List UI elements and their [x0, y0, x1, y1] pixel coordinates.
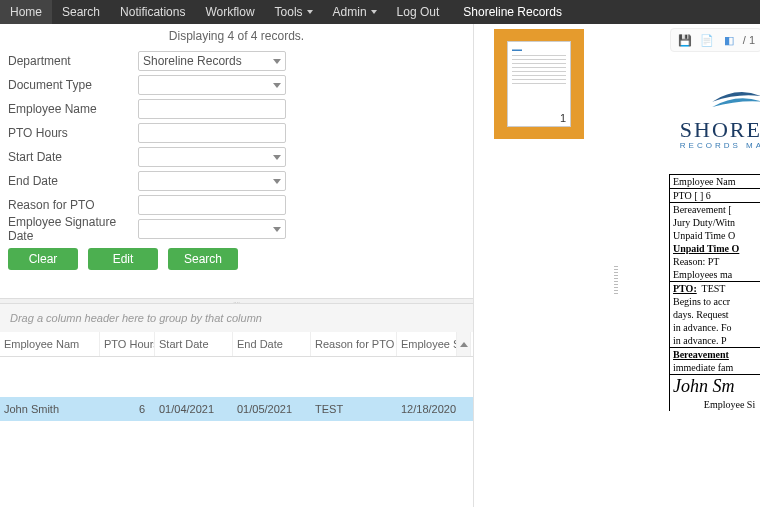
main-layout: Displaying 4 of 4 records. Department Sh…	[0, 24, 760, 507]
end-date-input[interactable]	[138, 171, 286, 191]
doc-line: Begins to accr	[670, 295, 760, 308]
doc-line: immediate fam	[670, 361, 760, 375]
vertical-splitter[interactable]	[614, 266, 618, 296]
scroll-up-icon[interactable]	[457, 332, 471, 356]
viewer-toolbar: 💾 📄 ◧ / 1	[670, 28, 760, 52]
nav-notifications[interactable]: Notifications	[110, 0, 195, 24]
thumbnail-doc: ▬▬ 1	[507, 41, 571, 127]
search-button[interactable]: Search	[168, 248, 238, 270]
doc-line: days. Request	[670, 308, 760, 321]
grid-header: Employee Nam PTO Hours Start Date End Da…	[0, 332, 473, 357]
page-counter: / 1	[743, 34, 755, 46]
cell-start: 01/04/2021	[155, 397, 233, 421]
group-panel[interactable]: Drag a column header here to group by th…	[0, 304, 473, 332]
nav-workflow[interactable]: Workflow	[195, 0, 264, 24]
cell-emp: John Smith	[0, 397, 100, 421]
col-end-date[interactable]: End Date	[233, 332, 311, 356]
col-start-date[interactable]: Start Date	[155, 332, 233, 356]
document-preview: Employee Nam PTO [ ] 6 Bereavement [ Jur…	[669, 174, 760, 411]
doc-line: Unpaid Time O	[670, 229, 760, 242]
logo-swoosh-icon	[710, 84, 760, 114]
top-navbar: Home Search Notifications Workflow Tools…	[0, 0, 760, 24]
doc-line: Unpaid Time O	[670, 242, 760, 255]
doc-line: Reason: PT	[670, 255, 760, 268]
thumbnail-selected[interactable]: ▬▬ 1	[494, 29, 584, 139]
end-label: End Date	[8, 174, 138, 188]
empname-label: Employee Name	[8, 102, 138, 116]
doc-line: in advance. P	[670, 334, 760, 348]
pto-hours-input[interactable]	[138, 123, 286, 143]
cell-pto: 6	[100, 397, 155, 421]
pto-label: PTO Hours	[8, 126, 138, 140]
doc-line: Employees ma	[670, 268, 760, 282]
records-summary: Displaying 4 of 4 records.	[0, 24, 473, 48]
col-pto-hours[interactable]: PTO Hours	[100, 332, 155, 356]
col-employee-name[interactable]: Employee Nam	[0, 332, 100, 356]
save-icon[interactable]: 💾	[677, 32, 693, 48]
tool-icon[interactable]: ◧	[721, 32, 737, 48]
col-reason[interactable]: Reason for PTO	[311, 332, 397, 356]
doc-line: Bereavement	[670, 348, 760, 361]
thumb-page-number: 1	[560, 112, 566, 124]
search-form: Department Shoreline Records Document Ty…	[0, 48, 473, 278]
clear-button[interactable]: Clear	[8, 248, 78, 270]
logo-text-2: RECORDS MA	[680, 141, 760, 150]
sigdate-label: Employee Signature Date	[8, 215, 138, 243]
doc-line: PTO [ ] 6	[670, 189, 760, 203]
doc-signature: John Sm	[670, 375, 760, 398]
doctype-select[interactable]	[138, 75, 286, 95]
cell-end: 01/05/2021	[233, 397, 311, 421]
doc-line: PTO: TEST	[670, 282, 760, 295]
brand-label: Shoreline Records	[455, 0, 570, 24]
chevron-down-icon	[307, 10, 313, 14]
brand-logo: SHORE RECORDS MA	[680, 84, 760, 150]
employee-name-input[interactable]	[138, 99, 286, 119]
doctype-label: Document Type	[8, 78, 138, 92]
chevron-down-icon	[371, 10, 377, 14]
doc-line: Bereavement [	[670, 203, 760, 216]
nav-tools[interactable]: Tools	[265, 0, 323, 24]
nav-logout[interactable]: Log Out	[387, 0, 450, 24]
reason-input[interactable]	[138, 195, 286, 215]
col-emp-sig[interactable]: Employee S	[397, 332, 457, 356]
nav-admin[interactable]: Admin	[323, 0, 387, 24]
doc-line: Employee Nam	[670, 175, 760, 189]
nav-search[interactable]: Search	[52, 0, 110, 24]
cell-reason: TEST	[311, 397, 397, 421]
logo-text-1: SHORE	[680, 117, 760, 143]
department-label: Department	[8, 54, 138, 68]
nav-home[interactable]: Home	[0, 0, 52, 24]
start-date-input[interactable]	[138, 147, 286, 167]
left-pane: Displaying 4 of 4 records. Department Sh…	[0, 24, 474, 507]
add-page-icon[interactable]: 📄	[699, 32, 715, 48]
cell-sig: 12/18/2020	[397, 397, 457, 421]
start-label: Start Date	[8, 150, 138, 164]
doc-line: Jury Duty/Witn	[670, 216, 760, 229]
doc-sig-label: Employee Si	[670, 398, 760, 411]
employee-sig-date-input[interactable]	[138, 219, 286, 239]
table-row[interactable]: John Smith 6 01/04/2021 01/05/2021 TEST …	[0, 397, 473, 421]
doc-line: in advance. Fo	[670, 321, 760, 334]
department-select[interactable]: Shoreline Records	[138, 51, 286, 71]
edit-button[interactable]: Edit	[88, 248, 158, 270]
document-viewer: ▬▬ 1 💾 📄 ◧ / 1 SHORE RECORDS MA Employee…	[474, 24, 760, 507]
reason-label: Reason for PTO	[8, 198, 138, 212]
